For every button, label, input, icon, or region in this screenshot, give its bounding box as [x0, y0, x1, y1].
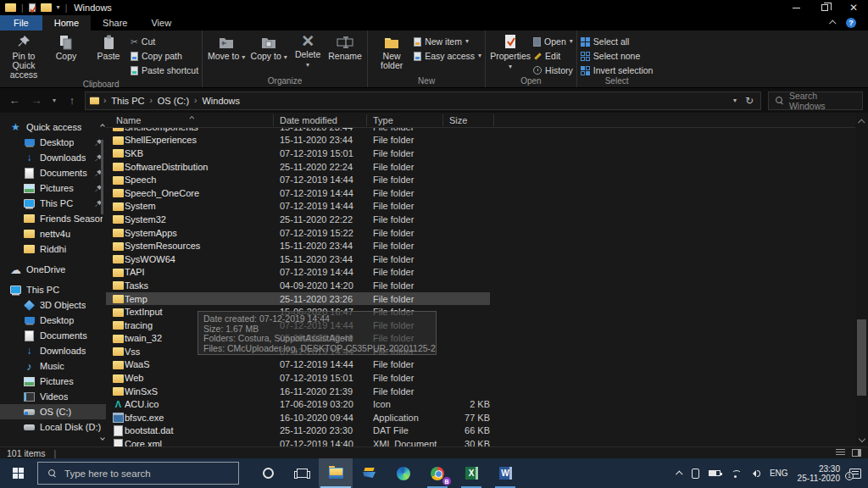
- back-button[interactable]: ←: [5, 94, 24, 107]
- select-all-button[interactable]: Select all: [581, 36, 654, 47]
- delete-button[interactable]: ✕ Delete▾: [291, 32, 325, 69]
- file-row-system32[interactable]: System3225-11-2020 22:22File folder: [106, 213, 868, 226]
- sidebar-item-videos[interactable]: Videos: [0, 389, 106, 404]
- help-icon[interactable]: ?: [846, 18, 856, 28]
- sidebar-item-desktop[interactable]: Desktop: [0, 135, 106, 150]
- wifi-icon[interactable]: [730, 469, 742, 478]
- breadcrumb-windows[interactable]: Windows: [200, 96, 242, 106]
- language-indicator[interactable]: ENG: [770, 469, 788, 478]
- open-button[interactable]: Open ▾: [533, 36, 573, 47]
- taskbar-app-edge[interactable]: [387, 458, 420, 488]
- sidebar-item-this-pc[interactable]: This PC: [0, 282, 106, 297]
- breadcrumb[interactable]: › This PC › OS (C:) › Windows ▾ ↻: [85, 92, 761, 110]
- file-row-softwaredistribution[interactable]: SoftwareDistribution25-11-2020 22:24File…: [106, 160, 868, 174]
- file-row-web[interactable]: Web07-12-2019 15:01File folder: [106, 371, 868, 385]
- sidebar-item-pictures[interactable]: Pictures: [0, 180, 106, 196]
- sidebar-item-pictures[interactable]: Pictures: [0, 374, 106, 389]
- file-row-speech-onecore[interactable]: Speech_OneCore07-12-2019 14:44File folde…: [106, 186, 868, 200]
- device-icon[interactable]: [692, 469, 699, 479]
- tab-view[interactable]: View: [139, 15, 183, 30]
- sidebar-item-quick-access[interactable]: Quick access: [0, 119, 106, 135]
- easy-access-button[interactable]: Easy access ▾: [414, 50, 481, 62]
- sidebar-item-documents[interactable]: Documents: [0, 165, 106, 180]
- file-row-systemapps[interactable]: SystemApps07-12-2019 15:22File folder: [106, 226, 868, 240]
- volume-icon[interactable]: [751, 470, 760, 477]
- select-none-button[interactable]: Select none: [581, 50, 654, 62]
- sidebar-item-3d-objects[interactable]: 3D Objects: [0, 297, 106, 313]
- sidebar-item-friends-season-3[interactable]: Friends Season 3: [0, 211, 106, 226]
- details-view-button[interactable]: [836, 449, 845, 457]
- file-row-acu-ico[interactable]: ACU.ico17-06-2019 03:20Icon2 KB: [106, 397, 868, 411]
- column-header-type[interactable]: Type: [373, 115, 393, 125]
- file-row-temp[interactable]: Temp25-11-2020 23:26File folder: [106, 292, 490, 306]
- copy-button[interactable]: Copy: [46, 32, 86, 61]
- sidebar-item-this-pc[interactable]: This PC: [0, 196, 106, 211]
- paste-shortcut-button[interactable]: Paste shortcut: [131, 64, 198, 76]
- file-row-tasks[interactable]: Tasks04-09-2020 14:20File folder: [106, 279, 868, 292]
- taskbar-app-browser-b[interactable]: B: [420, 458, 454, 488]
- file-row-shellexperiences[interactable]: ShellExperiences15-11-2020 23:44File fol…: [106, 134, 868, 147]
- pin-to-quick-access-button[interactable]: Pin to Quick access: [3, 32, 44, 80]
- taskbar-app-app-blue[interactable]: [353, 458, 387, 488]
- taskbar-app-word[interactable]: W: [488, 458, 522, 488]
- rename-button[interactable]: Rename: [326, 32, 364, 61]
- sidebar-item-os-c[interactable]: OS (C:): [0, 404, 106, 419]
- sidebar-item-desktop[interactable]: Desktop: [0, 313, 106, 328]
- file-row-waas[interactable]: WaaS07-12-2019 14:44File folder: [106, 358, 868, 372]
- battery-icon[interactable]: [709, 470, 721, 476]
- paste-button[interactable]: Paste: [88, 32, 129, 61]
- taskbar-search-input[interactable]: Type here to search: [37, 462, 239, 485]
- qat-dropdown-icon[interactable]: ▾: [57, 4, 60, 11]
- sidebar-item-downloads[interactable]: Downloads: [0, 343, 106, 358]
- tray-expand-icon[interactable]: [676, 470, 682, 477]
- column-header-size[interactable]: Size: [449, 115, 467, 125]
- qat-new-folder-icon[interactable]: [41, 3, 52, 14]
- new-folder-button[interactable]: New folder: [371, 32, 412, 70]
- notification-center-icon[interactable]: 1: [849, 469, 861, 479]
- taskbar-app-excel[interactable]: X: [454, 458, 488, 488]
- file-row-shellcomponents[interactable]: ShellComponents15-11-2020 23:44File fold…: [106, 128, 868, 134]
- file-row-systemresources[interactable]: SystemResources15-11-2020 23:44File fold…: [106, 239, 868, 252]
- taskbar-app-file-explorer[interactable]: [319, 458, 353, 488]
- sidebar-item-local-disk-d[interactable]: Local Disk (D:): [0, 419, 106, 435]
- file-row-winsxs[interactable]: WinSxS16-11-2020 21:39File folder: [106, 385, 868, 398]
- column-header-name[interactable]: Name: [116, 115, 141, 125]
- up-button[interactable]: ↑: [63, 94, 81, 107]
- new-item-button[interactable]: New item ▾: [414, 36, 481, 47]
- file-row-tapi[interactable]: TAPI07-12-2019 14:44File folder: [106, 266, 868, 280]
- tab-file[interactable]: File: [0, 15, 42, 30]
- column-header-date-modified[interactable]: Date modified: [280, 115, 337, 125]
- file-row-syswow64[interactable]: SysWOW6415-11-2020 23:44File folder: [106, 252, 868, 266]
- forward-button[interactable]: →: [27, 94, 46, 107]
- ribbon-collapse-icon[interactable]: [829, 19, 836, 26]
- file-row-speech[interactable]: Speech07-12-2019 14:44File folder: [106, 173, 868, 186]
- sidebar-item-nettv4u[interactable]: nettv4u: [0, 226, 106, 241]
- taskbar-app-task-view[interactable]: [285, 458, 319, 488]
- file-row-system[interactable]: System07-12-2019 14:44File folder: [106, 200, 868, 214]
- breadcrumb-os-c[interactable]: OS (C:): [156, 96, 191, 106]
- cut-button[interactable]: ✂Cut: [131, 36, 198, 47]
- sidebar-item-riddhi[interactable]: Riddhi: [0, 241, 106, 257]
- copy-to-button[interactable]: Copy to ▾: [248, 32, 289, 61]
- file-row-bootstat-dat[interactable]: bootstat.dat25-11-2020 23:30DAT File66 K…: [106, 424, 868, 438]
- edit-button[interactable]: Edit: [533, 50, 573, 62]
- breadcrumb-this-pc[interactable]: This PC: [109, 96, 146, 106]
- file-row-core-xml[interactable]: Core.xml07-12-2019 14:40XML Document30 K…: [106, 437, 868, 446]
- search-input[interactable]: Search Windows: [768, 92, 863, 110]
- file-row-skb[interactable]: SKB07-12-2019 15:01File folder: [106, 147, 868, 160]
- invert-selection-button[interactable]: Invert selection: [581, 64, 654, 76]
- start-button[interactable]: [0, 458, 37, 488]
- sidebar-item-downloads[interactable]: Downloads: [0, 150, 106, 165]
- move-to-button[interactable]: Move to ▾: [206, 32, 247, 61]
- sidebar-item-music[interactable]: Music: [0, 358, 106, 374]
- history-button[interactable]: History: [533, 64, 573, 76]
- minimize-button[interactable]: [782, 0, 810, 15]
- tab-home[interactable]: Home: [42, 15, 91, 30]
- tab-share[interactable]: Share: [91, 15, 139, 30]
- large-icons-view-button[interactable]: [852, 449, 861, 457]
- sidebar-scrollbar-thumb[interactable]: [101, 140, 103, 214]
- clock[interactable]: 23:30 25-11-2020: [798, 464, 840, 483]
- sidebar-scrollbar[interactable]: [99, 119, 105, 441]
- qat-properties-icon[interactable]: [29, 3, 36, 12]
- list-scrollbar-thumb[interactable]: [857, 319, 866, 396]
